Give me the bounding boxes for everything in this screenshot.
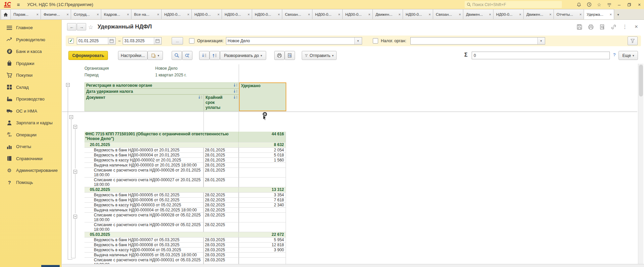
- document-cell[interactable]: Ведомость в банк НД00-000008 от 05.03.20…: [84, 243, 203, 248]
- collapse-toggle-report[interactable]: [66, 83, 70, 87]
- find-icon[interactable]: [172, 51, 182, 60]
- document-cell[interactable]: Ведомость в кассу НД00-000004 от 05.03.2…: [84, 248, 203, 253]
- tab-18[interactable]: Отчеты...×: [554, 9, 584, 19]
- sum-cell[interactable]: [239, 163, 286, 168]
- tab-close-icon[interactable]: ×: [37, 12, 39, 16]
- document-cell[interactable]: Списание с расчетного счета НД00-000026 …: [84, 168, 203, 178]
- tab-8[interactable]: НД00-0...×: [252, 9, 282, 19]
- sum-cell[interactable]: [239, 168, 286, 178]
- tab-close-icon[interactable]: ×: [610, 12, 612, 16]
- tab-close-icon[interactable]: ×: [429, 12, 431, 16]
- get-link-icon[interactable]: [610, 24, 617, 30]
- document-cell[interactable]: Ведомость в банк НД00-000007 от 05.03.20…: [84, 238, 203, 243]
- tab-close-icon[interactable]: ×: [67, 12, 69, 16]
- tab-6[interactable]: НД00-0...×: [192, 9, 222, 19]
- deadline-cell[interactable]: 28.02.2025: [203, 193, 239, 198]
- sidebar-item-production[interactable]: Производство: [0, 93, 61, 105]
- home-tab[interactable]: [1, 9, 11, 19]
- sum-cell[interactable]: [239, 258, 286, 264]
- send-button[interactable]: Отправить▾: [302, 51, 337, 60]
- deadline-cell[interactable]: 28.01.2025: [203, 168, 239, 178]
- tab-15[interactable]: Движен...×: [463, 9, 493, 19]
- tab-close-icon[interactable]: ×: [519, 12, 521, 16]
- deadline-cell[interactable]: 28.02.2025: [203, 198, 239, 203]
- document-cell[interactable]: Ведомость в кассу НД00-000003 от 05.02.2…: [84, 203, 203, 208]
- document-cell[interactable]: Ведомость в банк НД00-000004 от 20.01.20…: [84, 153, 203, 158]
- print-preview-icon[interactable]: [599, 24, 605, 30]
- sort-icon[interactable]: [233, 89, 238, 93]
- expand-to-button[interactable]: Разворачивать до▾: [220, 51, 266, 60]
- deadline-cell[interactable]: 28.02.2025: [203, 222, 239, 232]
- sum-cell[interactable]: [239, 253, 286, 258]
- deadline-cell[interactable]: 28.01.2025: [203, 163, 239, 168]
- period-more-button[interactable]: ...: [172, 37, 183, 45]
- tab-13[interactable]: НД00-0...×: [403, 9, 433, 19]
- history-icon[interactable]: [586, 2, 592, 7]
- tab-close-icon[interactable]: ×: [278, 12, 280, 16]
- organization-input[interactable]: [226, 39, 354, 43]
- sum-cell[interactable]: 1 560: [239, 158, 286, 163]
- sidebar-item-help[interactable]: ?Помощь: [0, 177, 61, 189]
- date-from-input[interactable]: [77, 39, 108, 43]
- column-header-deadline[interactable]: Крайний срок уплаты: [204, 94, 239, 111]
- deadline-cell[interactable]: 28.03.2025: [203, 238, 239, 243]
- tab-close-icon[interactable]: ×: [97, 12, 99, 16]
- deadline-cell[interactable]: 28.01.2025: [203, 148, 239, 153]
- sidebar-item-warehouse[interactable]: Склад: [0, 81, 61, 93]
- tab-close-icon[interactable]: ×: [248, 12, 250, 16]
- tab-close-icon[interactable]: ×: [489, 12, 491, 16]
- close-window-icon[interactable]: ×: [637, 2, 642, 7]
- calendar-icon[interactable]: [108, 38, 115, 44]
- sidebar-item-bank-cash[interactable]: ₽Банк и касса: [0, 46, 61, 58]
- tax-authority-input[interactable]: [411, 39, 537, 43]
- document-cell[interactable]: Списание с расчетного счета НД00-000027 …: [84, 178, 203, 187]
- restore-icon[interactable]: [627, 2, 632, 7]
- tab-16[interactable]: НД00-0...×: [493, 9, 524, 19]
- tax-authority-checkbox[interactable]: [373, 38, 378, 44]
- more-dots-icon[interactable]: ⋮: [622, 24, 628, 30]
- document-cell[interactable]: Ведомость в банк НД00-000006 от 05.02.20…: [84, 198, 203, 203]
- sum-cell[interactable]: 3 354: [239, 193, 286, 198]
- tab-close-icon[interactable]: ×: [338, 12, 340, 16]
- tab-0[interactable]: Парам...×: [11, 9, 41, 19]
- tab-close-icon[interactable]: ×: [580, 12, 582, 16]
- deadline-cell[interactable]: 28.02.2025: [203, 213, 239, 222]
- sort-icon[interactable]: [233, 95, 238, 99]
- tab-close-icon[interactable]: ×: [459, 12, 461, 16]
- sort-icon[interactable]: [233, 83, 238, 87]
- sidebar-item-salary-hr[interactable]: Зарплата и кадры: [0, 117, 61, 129]
- print-preview-icon[interactable]: [285, 51, 295, 60]
- sidebar-item-operations[interactable]: Дт КтОперации: [0, 129, 61, 141]
- notifications-bell-icon[interactable]: [576, 2, 582, 7]
- collapse-toggle-group3[interactable]: [73, 215, 77, 218]
- autosum-field[interactable]: [472, 52, 610, 59]
- document-cell[interactable]: Ведомость в банк НД00-000003 от 20.01.20…: [84, 148, 203, 153]
- sort-icon[interactable]: [198, 95, 203, 99]
- filter-funnel-button[interactable]: [628, 37, 638, 45]
- sidebar-item-purchases[interactable]: Покупки: [0, 69, 61, 81]
- tab-close-icon[interactable]: ×: [368, 12, 370, 16]
- collapse-groups-icon[interactable]: [199, 51, 210, 60]
- tab-11[interactable]: НД00-0...×: [343, 9, 373, 19]
- report-variants-button[interactable]: ▾: [148, 51, 163, 60]
- sum-cell[interactable]: 5 954: [239, 238, 286, 243]
- scrollbar-thumb[interactable]: [639, 65, 643, 96]
- tab-close-icon[interactable]: ×: [308, 12, 310, 16]
- collapse-toggle-group1[interactable]: [73, 125, 77, 129]
- deadline-cell[interactable]: 28.01.2025: [203, 153, 239, 158]
- sum-cell[interactable]: [239, 178, 286, 187]
- minimize-icon[interactable]: –: [617, 2, 622, 7]
- tab-7[interactable]: НД00-0...×: [222, 9, 252, 19]
- save-icon[interactable]: [576, 24, 582, 30]
- column-header-withhold-date[interactable]: Дата удержания налога: [84, 88, 239, 94]
- global-search[interactable]: [465, 1, 562, 8]
- tab-close-icon[interactable]: ×: [218, 12, 220, 16]
- date-from-field[interactable]: [77, 37, 116, 45]
- document-cell[interactable]: Выдача наличных НД00-000005 от 05.03.202…: [84, 253, 203, 258]
- sidebar-item-directories[interactable]: Справочники: [0, 153, 61, 165]
- close-report-icon[interactable]: ×: [633, 24, 639, 30]
- document-cell[interactable]: Выдача наличных НД00-000003 от 20.01.202…: [84, 163, 203, 168]
- document-cell[interactable]: Выдача наличных НД00-000004 от 05.02.202…: [84, 208, 203, 213]
- calendar-icon[interactable]: [154, 38, 161, 44]
- group-date[interactable]: 20.01.2025: [84, 142, 239, 148]
